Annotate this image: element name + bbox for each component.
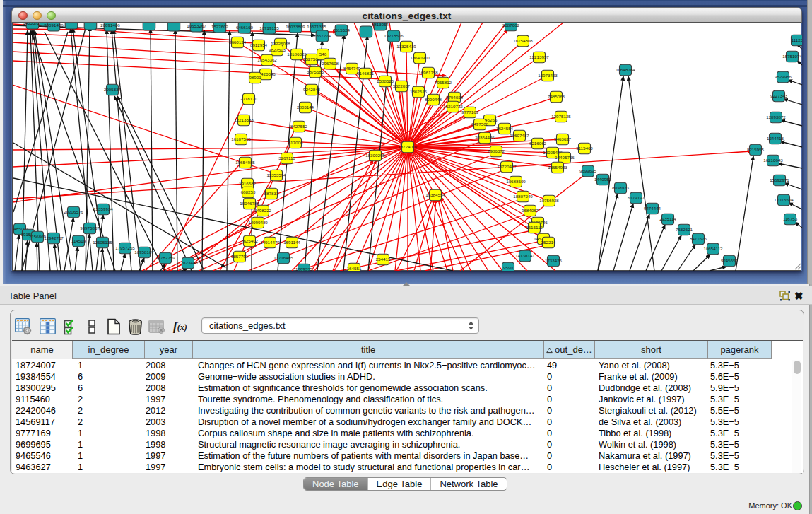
svg-text:252214: 252214: [541, 240, 556, 245]
svg-text:8938923: 8938923: [612, 185, 630, 190]
svg-text:9590: 9590: [503, 265, 513, 270]
svg-text:1669335: 1669335: [295, 267, 313, 271]
svg-text:15720407: 15720407: [497, 164, 517, 169]
svg-text:9857791: 9857791: [231, 254, 249, 259]
svg-text:12505135: 12505135: [93, 240, 112, 245]
svg-text:16671355: 16671355: [307, 24, 326, 29]
svg-text:9245652: 9245652: [721, 258, 739, 263]
svg-text:7632621: 7632621: [676, 227, 693, 232]
svg-text:98901: 98901: [249, 75, 261, 80]
svg-text:1362615: 1362615: [410, 89, 428, 94]
svg-text:6497508: 6497508: [471, 122, 489, 127]
svg-text:1527602: 1527602: [211, 24, 229, 29]
svg-text:7986372: 7986372: [488, 148, 505, 153]
svg-text:8813054: 8813054: [372, 23, 389, 27]
svg-text:12823446: 12823446: [178, 260, 198, 265]
svg-text:9227343: 9227343: [770, 93, 788, 98]
svg-text:16033809: 16033809: [286, 24, 305, 29]
svg-text:16543362: 16543362: [257, 57, 277, 62]
svg-text:6466160: 6466160: [236, 25, 254, 30]
svg-text:17016504: 17016504: [774, 197, 794, 202]
svg-text:19654985: 19654985: [235, 160, 255, 165]
svg-text:20691406: 20691406: [100, 23, 120, 28]
svg-text:16782759: 16782759: [155, 255, 175, 260]
svg-text:10046786: 10046786: [240, 201, 259, 206]
svg-text:9684067: 9684067: [522, 208, 539, 213]
svg-text:8454749: 8454749: [343, 66, 361, 71]
svg-text:114519: 114519: [71, 238, 86, 243]
svg-text:18186323: 18186323: [287, 52, 307, 57]
svg-text:12093872: 12093872: [766, 115, 786, 119]
svg-text:14099489: 14099489: [248, 220, 268, 225]
svg-text:11123: 11123: [792, 37, 802, 42]
svg-text:3267110: 3267110: [278, 156, 295, 160]
svg-text:7955812: 7955812: [435, 80, 452, 85]
svg-text:164551: 164551: [347, 266, 362, 271]
svg-text:2087662: 2087662: [502, 23, 520, 28]
svg-text:7485063: 7485063: [548, 94, 565, 99]
svg-text:1244413: 1244413: [767, 136, 784, 141]
svg-text:15751074: 15751074: [782, 54, 802, 59]
svg-text:10973493: 10973493: [538, 73, 558, 78]
svg-text:13654923: 13654923: [548, 165, 567, 170]
svg-text:9827503: 9827503: [269, 47, 286, 52]
svg-text:10653267: 10653267: [187, 23, 206, 28]
svg-text:8660124: 8660124: [229, 40, 247, 45]
svg-text:1691144: 1691144: [283, 240, 300, 245]
svg-text:8427552: 8427552: [290, 124, 308, 129]
svg-text:13716485: 13716485: [273, 255, 293, 260]
svg-text:93975857: 93975857: [80, 226, 100, 230]
svg-text:6794028: 6794028: [446, 95, 464, 100]
svg-text:20206576: 20206576: [64, 209, 83, 214]
svg-text:12213957: 12213957: [529, 54, 549, 59]
svg-text:19384554: 19384554: [425, 192, 445, 197]
svg-text:5322037: 5322037: [393, 83, 411, 88]
svg-text:9242848: 9242848: [303, 87, 321, 92]
svg-text:9115460: 9115460: [576, 146, 593, 151]
svg-text:1440953: 1440953: [594, 177, 612, 182]
svg-text:8912954: 8912954: [250, 42, 268, 47]
svg-text:10654112: 10654112: [703, 246, 723, 251]
svg-text:8215955: 8215955: [747, 147, 765, 152]
svg-text:18724007: 18724007: [398, 144, 418, 149]
svg-text:10688609: 10688609: [506, 179, 526, 184]
svg-text:16210722: 16210722: [443, 104, 463, 109]
svg-text:2967608: 2967608: [322, 61, 339, 66]
svg-text:12975125: 12975125: [551, 114, 571, 119]
svg-text:14914479: 14914479: [260, 240, 280, 245]
svg-text:11353594: 11353594: [266, 173, 286, 177]
svg-text:12359934: 12359934: [93, 206, 113, 211]
svg-text:1733426: 1733426: [545, 258, 563, 263]
svg-text:2803144: 2803144: [297, 105, 314, 110]
svg-text:13325419: 13325419: [396, 44, 416, 49]
svg-text:1916682: 1916682: [239, 181, 257, 186]
svg-text:6216062: 6216062: [529, 141, 547, 146]
svg-text:8471676: 8471676: [690, 236, 707, 241]
svg-text:20364436: 20364436: [475, 135, 495, 140]
svg-text:2905334: 2905334: [104, 87, 122, 92]
svg-text:10958107: 10958107: [134, 250, 154, 255]
svg-text:16210643: 16210643: [763, 158, 783, 163]
svg-text:9463627: 9463627: [554, 136, 572, 141]
svg-text:9146821: 9146821: [357, 71, 375, 76]
svg-text:16107565: 16107565: [231, 136, 251, 141]
svg-text:668253: 668253: [241, 189, 256, 194]
svg-text:10756928: 10756928: [539, 198, 559, 203]
svg-text:254415: 254415: [376, 257, 391, 262]
svg-text:7625402: 7625402: [241, 238, 259, 243]
svg-text:9474444: 9474444: [644, 206, 661, 211]
svg-text:116753: 116753: [783, 216, 798, 221]
svg-text:2935114: 2935114: [659, 216, 676, 221]
svg-text:5498222: 5498222: [254, 208, 272, 213]
svg-text:546: 546: [319, 52, 327, 57]
svg-text:12942757: 12942757: [44, 235, 64, 240]
svg-text:18807249: 18807249: [513, 194, 533, 199]
svg-text:12213383: 12213383: [234, 117, 254, 122]
svg-text:19218506: 19218506: [384, 33, 404, 38]
svg-text:10607487: 10607487: [510, 133, 529, 138]
svg-text:10648784: 10648784: [616, 67, 635, 72]
svg-text:1615112: 1615112: [526, 225, 543, 230]
svg-text:6179197: 6179197: [628, 195, 645, 200]
svg-text:18300295: 18300295: [365, 153, 385, 158]
svg-text:7357274: 7357274: [314, 33, 331, 38]
